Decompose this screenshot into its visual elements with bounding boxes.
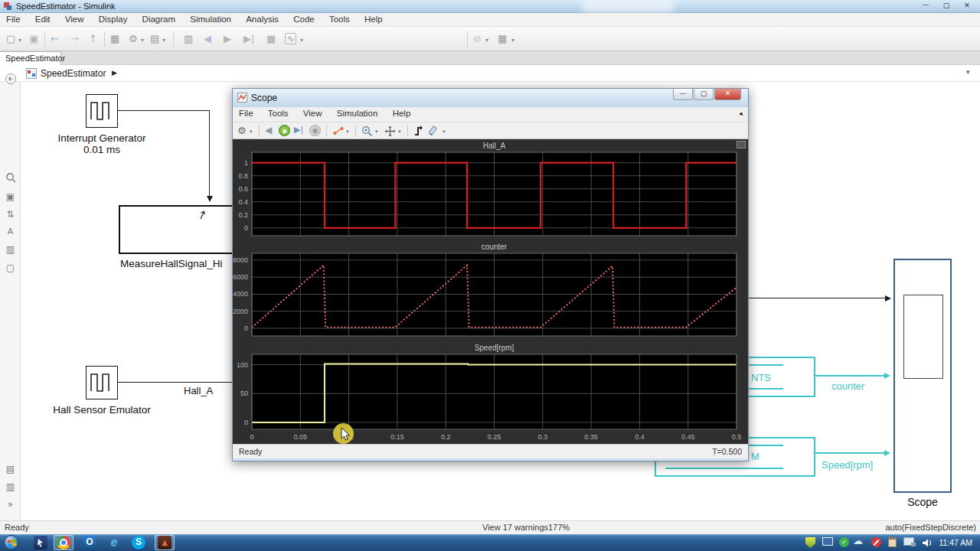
display-tray-icon[interactable]: [822, 537, 833, 546]
wire-speed-rpm[interactable]: [815, 452, 885, 454]
annotation-tool-icon[interactable]: A: [0, 227, 21, 236]
scope-toolbar-icon[interactable]: ∿: [285, 33, 296, 44]
scope-stop-icon[interactable]: ■: [309, 125, 321, 136]
onedrive-cloud-icon[interactable]: ☁: [853, 535, 863, 546]
maximize-axes-icon[interactable]: [737, 141, 746, 148]
scope-settings-caret-icon[interactable]: ▾: [250, 129, 253, 135]
scope-zoom-icon[interactable]: [361, 126, 373, 140]
block-measure-hall-signal[interactable]: [119, 205, 249, 254]
menu-analysis[interactable]: Analysis: [240, 13, 285, 27]
update-diagram-icon[interactable]: ⊘: [473, 33, 482, 44]
area-box-icon[interactable]: ▢: [0, 262, 21, 273]
skype-icon[interactable]: S: [132, 536, 145, 549]
new-model-caret-icon[interactable]: ▾: [18, 37, 21, 44]
hide-explorer-icon[interactable]: [0, 71, 21, 87]
menu-diagram[interactable]: Diagram: [136, 13, 181, 27]
menu-simulation[interactable]: Simulation: [184, 13, 237, 27]
taskbar-app-icon-1[interactable]: [34, 536, 47, 549]
wire-hall-a[interactable]: [118, 382, 248, 383]
scope-step-forward-icon[interactable]: ▶|: [294, 125, 303, 135]
signal-label-counter[interactable]: counter: [831, 380, 864, 392]
scope-run-icon[interactable]: [279, 125, 290, 136]
signal-routing-icon[interactable]: ⇅: [0, 209, 21, 220]
scope-pan-fit-icon[interactable]: [384, 126, 396, 140]
taskbar-clock[interactable]: 11:47 AM: [939, 538, 972, 547]
fit-to-view-icon[interactable]: ▣: [0, 191, 21, 202]
minimize-button[interactable]: —: [916, 1, 935, 8]
menu-tools[interactable]: Tools: [323, 13, 356, 27]
clipboard-tray-icon[interactable]: [888, 537, 897, 547]
scope-settings-icon[interactable]: ⚙: [237, 125, 247, 136]
breadcrumb[interactable]: SpeedEstimator: [41, 68, 106, 79]
scope-toolbar-caret-icon[interactable]: ▾: [300, 37, 303, 44]
forward-icon[interactable]: →: [70, 33, 79, 44]
image-annotation-icon[interactable]: ▥: [0, 244, 21, 255]
menu-view[interactable]: View: [59, 13, 90, 27]
internet-explorer-icon[interactable]: e: [107, 536, 121, 549]
scope-signal-selector-icon[interactable]: [332, 126, 345, 139]
update-diagram-caret-icon[interactable]: ▾: [485, 37, 488, 44]
outlook-icon[interactable]: O: [83, 536, 96, 549]
scope-menu-view[interactable]: View: [297, 107, 328, 121]
menu-code[interactable]: Code: [287, 13, 321, 27]
tab-speedestimator[interactable]: SpeedEstimator: [0, 51, 61, 65]
scope-menu-tools[interactable]: Tools: [262, 107, 295, 121]
palette-expand-icon[interactable]: »: [0, 499, 21, 510]
volume-tray-icon[interactable]: [922, 537, 933, 551]
scope-plot-speed[interactable]: 05010000.050.10.150.20.250.30.350.40.450…: [233, 342, 746, 444]
menu-edit[interactable]: Edit: [29, 13, 57, 27]
back-icon[interactable]: ←: [51, 33, 59, 44]
security-shield-icon[interactable]: [805, 537, 815, 548]
scope-measurements-caret-icon[interactable]: ▾: [443, 129, 446, 135]
start-button[interactable]: [4, 535, 19, 550]
signal-label-speed-rpm[interactable]: Speed[rpm]: [822, 459, 873, 471]
sim-config-icon[interactable]: ▥: [184, 33, 193, 44]
wire-interrupt-to-measure-v[interactable]: [209, 110, 210, 196]
scope-zoom-caret-icon[interactable]: ▾: [375, 129, 378, 135]
scope-trigger-icon[interactable]: [413, 125, 424, 140]
model-settings-caret-icon[interactable]: ▾: [141, 37, 144, 44]
scope-plot-hall-a[interactable]: 00.20.40.60.81Hall_A: [233, 140, 746, 240]
stop-icon[interactable]: ■: [266, 33, 276, 44]
save-icon[interactable]: ▣: [29, 33, 38, 44]
status-warnings-link[interactable]: View 17 warnings: [482, 523, 548, 532]
scope-signal-selector-caret-icon[interactable]: ▾: [346, 129, 349, 135]
scope-menu-file[interactable]: File: [233, 107, 260, 121]
viewers-icon[interactable]: ▤: [0, 464, 21, 474]
menu-file[interactable]: File: [0, 13, 27, 27]
build-icon[interactable]: ▦: [498, 33, 507, 44]
up-icon[interactable]: ↑: [89, 33, 97, 44]
breadcrumb-arrow-icon[interactable]: ▶: [112, 69, 117, 77]
network-tray-icon[interactable]: [903, 537, 914, 546]
scope-pan-caret-icon[interactable]: ▾: [398, 129, 401, 135]
zoom-tool-icon[interactable]: [0, 172, 21, 185]
block-interrupt-generator[interactable]: [86, 94, 118, 128]
run-icon[interactable]: ▶: [224, 33, 231, 44]
block-scope[interactable]: [893, 259, 952, 493]
scope-close-button[interactable]: ✕: [714, 89, 741, 100]
menu-display[interactable]: Display: [93, 13, 134, 27]
maximize-button[interactable]: ▢: [937, 2, 956, 9]
chrome-icon[interactable]: [57, 536, 70, 549]
matlab-icon[interactable]: ▲: [158, 536, 172, 549]
dock-arrow-icon[interactable]: ▾: [738, 110, 746, 118]
build-caret-icon[interactable]: ▾: [511, 37, 514, 44]
scope-rewind-icon[interactable]: ◀: [265, 125, 272, 135]
scope-measurements-icon[interactable]: [429, 126, 440, 140]
library-browser-icon[interactable]: ▦: [110, 33, 119, 44]
signal-label-hall-a[interactable]: Hall_A: [184, 385, 213, 396]
model-settings-icon[interactable]: ⚙: [129, 33, 138, 44]
model-explorer-icon[interactable]: ▤: [150, 33, 159, 44]
scope-restore-button[interactable]: ▢: [694, 89, 714, 100]
menu-help[interactable]: Help: [358, 13, 389, 27]
status-solver[interactable]: auto(FixedStepDiscrete): [885, 523, 976, 532]
wire-interrupt-to-measure[interactable]: [118, 110, 210, 111]
step-forward-icon[interactable]: ▶|: [243, 33, 254, 44]
model-browser-icon[interactable]: ▥: [0, 481, 21, 492]
scope-minimize-button[interactable]: —: [673, 89, 693, 100]
scope-title-bar[interactable]: Scope — ▢ ✕: [233, 89, 748, 107]
wire-counter[interactable]: [815, 375, 885, 377]
scope-menu-help[interactable]: Help: [387, 107, 417, 121]
green-status-tray-icon[interactable]: ✓: [839, 537, 849, 547]
scope-menu-simulation[interactable]: Simulation: [331, 107, 384, 121]
